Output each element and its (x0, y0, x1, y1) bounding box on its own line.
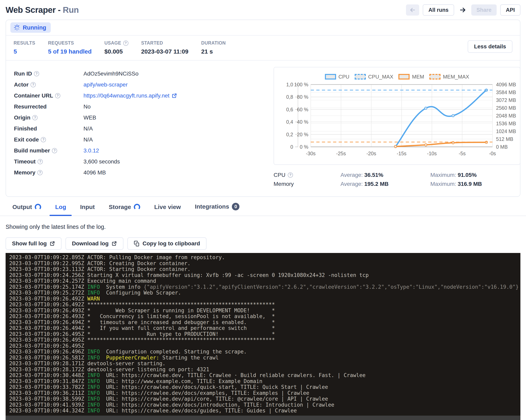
tab-live-view[interactable]: Live view (153, 204, 182, 215)
stat-label: REQUESTS (48, 40, 91, 46)
run-details-list: Run ID?AdOz5evimh9NCiSSoActor?apify/web-… (14, 67, 273, 188)
less-details-button[interactable]: Less details (468, 40, 512, 53)
help-icon[interactable]: ? (37, 170, 42, 175)
tab-label: Log (55, 204, 66, 210)
legend-label: CPU (338, 74, 349, 80)
summary-row-memory: MemoryAverage: 195.2 MBMaximum: 316.9 MB (273, 179, 520, 188)
legend-swatch (325, 74, 336, 80)
detail-label: Resurrected (14, 103, 83, 110)
running-spinner-icon (14, 24, 20, 31)
detail-row-memory: Memory?4096 MB (14, 167, 273, 178)
usage-chart-column: CPUCPU_MAXMEMMEM_MAX 1,00,80,60,40,20100… (273, 67, 520, 188)
detail-row-container-url: Container URL?https://0q64wnacgyft.runs.… (14, 90, 273, 101)
header-actions: All runs Share API (406, 4, 520, 16)
svg-text:-15s: -15s (397, 151, 407, 156)
tab-label: Storage (109, 204, 131, 210)
summary-average: Average: 195.2 MB (341, 181, 430, 187)
stat-label: STARTED (141, 40, 189, 46)
stat-label: RESULTS (14, 40, 35, 46)
detail-label-text: Finished (14, 125, 37, 132)
help-icon[interactable]: ? (41, 137, 46, 142)
maximum-value: 91.05% (458, 172, 477, 178)
summary-row-cpu: CPU?Average: 36.51%Maximum: 91.05% (273, 170, 520, 179)
stat-label: USAGE? (104, 40, 128, 46)
legend-swatch (398, 74, 410, 80)
help-icon[interactable]: ? (34, 71, 39, 76)
legend-item-mem_max[interactable]: MEM_MAX (429, 74, 469, 80)
detail-link[interactable]: apify/web-scraper (83, 82, 128, 88)
tab-storage[interactable]: Storage (108, 204, 142, 215)
legend-item-mem[interactable]: MEM (398, 74, 424, 80)
detail-label-text: Memory (14, 169, 35, 176)
log-note: Showing only the latest lines of the log… (6, 224, 520, 230)
button-label: Download log (72, 240, 109, 247)
stat-value[interactable]: 5 (14, 48, 35, 55)
copy-log-to-clipboard-button[interactable]: Copy log to clipboard (127, 237, 206, 250)
tab-log[interactable]: Log (54, 204, 67, 215)
show-full-log-button[interactable]: Show full log (6, 237, 61, 250)
detail-link[interactable]: 3.0.12 (83, 147, 99, 154)
download-log-button[interactable]: Download log (65, 237, 123, 250)
summary-metric-label: Memory (273, 181, 341, 187)
external-link-icon (111, 241, 117, 246)
detail-label: Timeout? (14, 158, 83, 165)
stat-label: DURATION (201, 40, 226, 46)
all-runs-button[interactable]: All runs (423, 4, 454, 16)
detail-row-exit-code: Exit code?N/A (14, 134, 273, 145)
legend-item-cpu[interactable]: CPU (325, 74, 349, 80)
stat-value[interactable]: 5 of 19 handled (48, 48, 91, 55)
help-icon[interactable]: ? (52, 148, 57, 153)
arrow-left-icon (409, 7, 416, 13)
help-icon[interactable]: ? (30, 82, 36, 87)
legend-label: MEM (412, 74, 424, 80)
help-icon[interactable]: ? (38, 159, 43, 164)
help-icon[interactable]: ? (55, 93, 60, 98)
svg-text:-25s: -25s (336, 151, 346, 156)
share-button[interactable]: Share (471, 4, 497, 16)
arrow-right-icon (459, 6, 466, 14)
tab-input[interactable]: Input (79, 204, 96, 215)
detail-label-text: Exit code (14, 136, 39, 143)
help-icon[interactable]: ? (32, 115, 38, 120)
page-header: Web Scraper - Run All runs Share API (0, 0, 526, 20)
api-button[interactable]: API (500, 4, 520, 16)
previous-run-button[interactable] (406, 4, 419, 16)
run-card: Running RESULTS5REQUESTS5 of 19 handledU… (6, 20, 520, 197)
tab-integrations[interactable]: Integrations0 (194, 203, 241, 215)
svg-text:20 %: 20 % (297, 132, 308, 137)
help-icon[interactable]: ? (288, 173, 293, 178)
tab-output[interactable]: Output (11, 204, 42, 215)
tab-label: Live view (154, 204, 181, 210)
next-run-button[interactable] (458, 4, 468, 16)
detail-value: apify/web-scraper (83, 82, 128, 88)
svg-text:0: 0 (290, 144, 293, 150)
detail-label: Container URL? (14, 92, 83, 99)
svg-text:2048 MB: 2048 MB (496, 113, 516, 119)
svg-text:-30s: -30s (306, 151, 316, 156)
help-icon[interactable]: ? (123, 41, 128, 46)
svg-text:1536 MB: 1536 MB (496, 121, 516, 126)
horizontal-scrollbar[interactable] (6, 416, 520, 420)
detail-link[interactable]: https://0q64wnacgyft.runs.apify.net (83, 92, 177, 99)
svg-text:512 MB: 512 MB (496, 136, 513, 142)
button-label: Show full log (12, 240, 47, 247)
detail-value: 3,600 seconds (83, 158, 120, 165)
detail-value: 4096 MB (83, 169, 106, 176)
copy-icon (134, 241, 140, 246)
button-label: Copy log to clipboard (142, 240, 200, 247)
legend-item-cpu_max[interactable]: CPU_MAX (355, 74, 393, 80)
average-value: 36.51% (364, 172, 383, 178)
detail-row-build-number: Build number?3.0.12 (14, 145, 273, 156)
stat-started: STARTED2023-03-07 11:09 (141, 40, 189, 55)
stat-value: $0.005 (104, 48, 128, 55)
stat-label-text: RESULTS (14, 40, 35, 46)
detail-label: Run ID? (14, 71, 83, 77)
resource-summary: CPU?Average: 36.51%Maximum: 91.05%Memory… (273, 170, 520, 188)
svg-text:0 MB: 0 MB (496, 144, 508, 150)
detail-row-finished: FinishedN/A (14, 123, 273, 134)
svg-text:0,2: 0,2 (286, 132, 293, 137)
svg-text:0 %: 0 % (300, 144, 308, 150)
detail-row-run-id: Run ID?AdOz5evimh9NCiSSo (14, 68, 273, 79)
svg-text:-20s: -20s (366, 151, 376, 156)
svg-text:0,6: 0,6 (286, 107, 293, 112)
